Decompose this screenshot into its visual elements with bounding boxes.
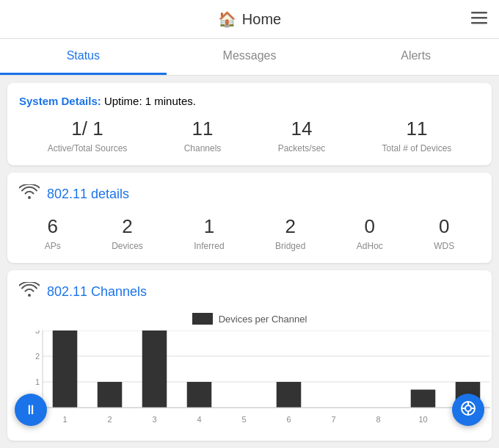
- header-title: 🏠 Home: [218, 10, 281, 28]
- svg-rect-17: [187, 382, 212, 408]
- system-details-uptime: Uptime: 1 minutes.: [104, 95, 196, 107]
- legend-label: Devices per Channel: [219, 314, 307, 325]
- dot11-channels-card: 802.11 Channels Devices per Channel 3210…: [7, 270, 492, 441]
- svg-text:4: 4: [197, 415, 201, 424]
- target-icon: [460, 400, 476, 420]
- svg-text:1: 1: [35, 377, 40, 386]
- home-icon: 🏠: [218, 10, 236, 28]
- pause-button[interactable]: ⏸: [15, 394, 47, 426]
- dot11-details-title: 802.11 details: [47, 187, 129, 202]
- stat-total-devices: 11 Total # of Devices: [382, 118, 452, 153]
- stat-value-wds: 0: [439, 215, 449, 238]
- svg-rect-11: [53, 330, 78, 408]
- stat-value-bridged: 2: [285, 215, 295, 238]
- svg-text:7: 7: [331, 415, 335, 424]
- svg-rect-0: [471, 12, 487, 14]
- stat-label-aps: APs: [45, 241, 61, 251]
- stat-label-devices: Devices: [112, 241, 143, 251]
- pause-icon: ⏸: [24, 402, 37, 418]
- svg-text:5: 5: [241, 415, 246, 424]
- stat-wds: 0 WDS: [434, 215, 454, 251]
- wifi-icon-channels: [19, 282, 40, 301]
- stat-packets: 14 Packets/sec: [278, 118, 326, 153]
- stat-value-inferred: 1: [204, 215, 214, 238]
- svg-text:1: 1: [62, 415, 67, 424]
- menu-button[interactable]: [471, 10, 487, 29]
- svg-text:8: 8: [376, 415, 380, 424]
- svg-text:10: 10: [418, 415, 427, 424]
- dot11-details-card: 802.11 details 6 APs 2 Devices 1 Inferre…: [7, 173, 492, 263]
- stat-value-packets: 14: [291, 118, 313, 140]
- system-stats-row: 1/ 1 Active/Total Sources 11 Channels 14…: [19, 118, 480, 153]
- legend-box: [192, 313, 213, 325]
- dot11-stats-row: 6 APs 2 Devices 1 Inferred 2 Bridged 0 A…: [19, 215, 480, 251]
- system-details-title: System Details: Uptime: 1 minutes.: [19, 95, 480, 107]
- stat-value-sources: 1/ 1: [71, 118, 103, 140]
- stat-value-devices: 2: [122, 215, 132, 238]
- stat-value-adhoc: 0: [365, 215, 375, 238]
- channel-chart: 3210123456781011: [22, 330, 477, 429]
- stat-devices: 2 Devices: [112, 215, 143, 251]
- stat-active-sources: 1/ 1 Active/Total Sources: [48, 118, 128, 153]
- dot11-channels-title: 802.11 Channels: [47, 284, 147, 300]
- dot11-channels-header: 802.11 Channels: [19, 282, 480, 301]
- stat-label-total-devices: Total # of Devices: [382, 143, 452, 153]
- stat-label-inferred: Inferred: [194, 241, 224, 251]
- svg-text:6: 6: [286, 415, 291, 424]
- tab-messages[interactable]: Messages: [167, 39, 333, 75]
- svg-rect-24: [411, 390, 436, 408]
- svg-text:3: 3: [35, 330, 40, 335]
- svg-text:2: 2: [35, 352, 40, 361]
- stat-label-sources: Active/Total Sources: [48, 143, 128, 153]
- tab-status[interactable]: Status: [0, 39, 167, 75]
- stat-bridged: 2 Bridged: [275, 215, 305, 251]
- stat-value-aps: 6: [47, 215, 57, 238]
- svg-rect-20: [277, 382, 302, 408]
- stat-label-wds: WDS: [434, 241, 454, 251]
- svg-text:2: 2: [107, 415, 112, 424]
- svg-rect-13: [98, 382, 123, 408]
- tab-alerts[interactable]: Alerts: [332, 39, 499, 75]
- stat-adhoc: 0 AdHoc: [357, 215, 383, 251]
- stat-value-channels: 11: [192, 118, 214, 140]
- stat-inferred: 1 Inferred: [194, 215, 224, 251]
- svg-rect-2: [471, 22, 487, 24]
- dot11-details-header: 802.11 details: [19, 184, 480, 203]
- svg-rect-15: [142, 330, 167, 408]
- chart-legend: Devices per Channel: [19, 313, 480, 325]
- system-details-card: System Details: Uptime: 1 minutes. 1/ 1 …: [7, 83, 492, 165]
- app-header: 🏠 Home: [0, 0, 499, 39]
- stat-aps: 6 APs: [45, 215, 61, 251]
- stat-label-channels: Channels: [184, 143, 222, 153]
- svg-text:3: 3: [152, 415, 156, 424]
- svg-point-31: [465, 405, 471, 411]
- system-details-label: System Details:: [19, 95, 101, 107]
- wifi-icon-details: [19, 184, 40, 203]
- target-button[interactable]: [452, 394, 484, 426]
- svg-rect-1: [471, 17, 487, 19]
- header-title-text: Home: [242, 11, 281, 28]
- stat-label-adhoc: AdHoc: [357, 241, 383, 251]
- stat-value-total-devices: 11: [407, 118, 428, 140]
- stat-label-bridged: Bridged: [275, 241, 305, 251]
- stat-channels: 11 Channels: [184, 118, 222, 153]
- stat-label-packets: Packets/sec: [278, 143, 326, 153]
- tab-bar: Status Messages Alerts: [0, 39, 499, 76]
